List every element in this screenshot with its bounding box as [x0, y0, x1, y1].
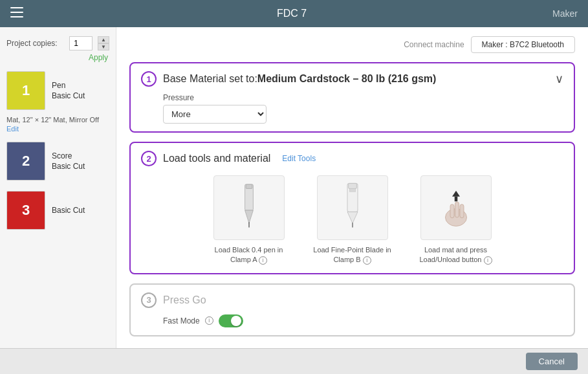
mat-cut-label-1: Basic Cut	[52, 91, 85, 100]
project-copies-label: Project copies:	[6, 39, 65, 48]
fast-mode-toggle[interactable]	[219, 314, 243, 327]
pressure-row: Pressure Default Less More High	[141, 93, 563, 124]
toggle-knob	[231, 316, 241, 326]
mat-info-3: Basic Cut	[52, 206, 85, 215]
tool-info-icon-blade[interactable]: i	[363, 256, 371, 265]
step2-section: 2 Load tools and material Edit Tools	[129, 142, 575, 274]
tool-label-pen: Load Black 0.4 pen in Clamp A i	[207, 245, 291, 265]
mat-meta-1: Mat, 12" × 12" Mat, Mirror Off	[0, 115, 116, 125]
step1-number: 1	[141, 71, 157, 87]
svg-marker-16	[452, 191, 460, 197]
mat-icon-box	[420, 175, 492, 240]
tool-item-mat: Load mat and press Load/Unload button i	[414, 175, 498, 265]
step3-number: 3	[141, 292, 157, 308]
svg-rect-0	[10, 7, 23, 8]
svg-rect-2	[10, 16, 23, 17]
spinner-down[interactable]: ▼	[98, 43, 109, 50]
step1-header: 1 Base Material set to:Medium Cardstock …	[141, 71, 563, 87]
blade-icon-box	[317, 175, 388, 240]
menu-icon[interactable]	[10, 7, 23, 20]
fast-mode-label: Fast Mode	[163, 316, 200, 325]
topbar: FDC 7 Maker	[0, 0, 588, 27]
sidebar: Project copies: ▲ ▼ Apply 1 Pen Basic Cu…	[0, 27, 116, 374]
mat-pen-label-1: Pen	[52, 81, 85, 90]
svg-rect-15	[460, 204, 464, 218]
step1-material: Medium Cardstock – 80 lb (216 gsm)	[257, 73, 437, 84]
app-title: FDC 7	[31, 8, 552, 19]
pen-icon-box	[213, 175, 285, 240]
step3-section: 3 Press Go Fast Mode i	[129, 283, 575, 336]
topbar-maker-label: Maker	[552, 8, 578, 19]
svg-rect-17	[454, 197, 457, 202]
tool-info-icon-mat[interactable]: i	[484, 256, 492, 265]
svg-rect-4	[246, 184, 252, 188]
step1-prefix: Base Material set to:	[163, 73, 257, 84]
svg-rect-9	[349, 188, 356, 192]
step2-header: 2 Load tools and material Edit Tools	[141, 151, 563, 166]
mat-info-2: Score Basic Cut	[52, 151, 85, 171]
pressure-select[interactable]: Default Less More High	[163, 105, 267, 124]
copies-input[interactable]	[69, 36, 93, 50]
mat-thumbnail-3: 3	[6, 191, 45, 230]
mat-info-1: Pen Basic Cut	[52, 81, 85, 100]
main-layout: Project copies: ▲ ▼ Apply 1 Pen Basic Cu…	[0, 27, 588, 374]
mat-edit-1[interactable]: Edit	[0, 125, 116, 133]
mat-pen-label-2: Score	[52, 151, 85, 160]
mat-thumbnail-2: 2	[6, 142, 45, 181]
cancel-button[interactable]: Cancel	[526, 353, 578, 370]
step2-number: 2	[141, 151, 157, 166]
mat-cut-label-3: Basic Cut	[52, 206, 85, 215]
step1-section: 1 Base Material set to:Medium Cardstock …	[129, 62, 575, 133]
tool-item-blade: Load Fine-Point Blade in Clamp B i	[310, 175, 395, 265]
svg-rect-13	[450, 204, 454, 218]
svg-rect-1	[10, 12, 23, 13]
step2-title: Load tools and material	[163, 153, 270, 164]
fast-mode-row: Fast Mode i	[141, 314, 563, 327]
connect-button[interactable]: Maker : B7C2 Bluetooth	[471, 36, 575, 53]
mat-press-drawing-icon	[437, 182, 475, 234]
bottom-bar: Cancel	[0, 348, 588, 374]
step3-title: Press Go	[163, 294, 206, 306]
svg-rect-8	[348, 183, 356, 188]
copies-spinner: ▲ ▼	[98, 36, 109, 50]
svg-marker-10	[347, 212, 358, 223]
apply-button[interactable]: Apply	[0, 53, 116, 62]
step1-expand-icon[interactable]: ∨	[555, 72, 563, 86]
project-copies-row: Project copies: ▲ ▼	[0, 34, 116, 53]
spinner-up[interactable]: ▲	[98, 36, 109, 43]
tool-label-mat: Load mat and press Load/Unload button i	[414, 245, 498, 265]
content-area: Connect machine Maker : B7C2 Bluetooth 1…	[116, 27, 588, 374]
edit-tools-link[interactable]: Edit Tools	[282, 154, 316, 163]
connect-label: Connect machine	[404, 40, 464, 49]
pen-drawing-icon	[230, 182, 268, 234]
mat-item-2[interactable]: 2 Score Basic Cut	[0, 137, 116, 186]
svg-marker-5	[245, 210, 253, 223]
mat-thumbnail-1: 1	[6, 71, 45, 110]
fast-mode-info-icon[interactable]: i	[205, 316, 213, 325]
mat-item-3[interactable]: 3 Basic Cut	[0, 186, 116, 235]
mat-cut-label-2: Basic Cut	[52, 162, 85, 171]
pressure-label: Pressure	[163, 93, 563, 102]
connect-row: Connect machine Maker : B7C2 Bluetooth	[129, 36, 575, 53]
step3-header: 3 Press Go	[141, 292, 563, 308]
tool-label-blade: Load Fine-Point Blade in Clamp B i	[310, 245, 395, 265]
tool-item-pen: Load Black 0.4 pen in Clamp A i	[207, 175, 291, 265]
tool-info-icon-pen[interactable]: i	[259, 256, 267, 265]
svg-rect-14	[455, 202, 459, 217]
step1-title: Base Material set to:Medium Cardstock – …	[163, 73, 436, 85]
tools-row: Load Black 0.4 pen in Clamp A i	[141, 175, 563, 265]
blade-drawing-icon	[333, 182, 372, 234]
mat-item-1[interactable]: 1 Pen Basic Cut	[0, 66, 116, 115]
